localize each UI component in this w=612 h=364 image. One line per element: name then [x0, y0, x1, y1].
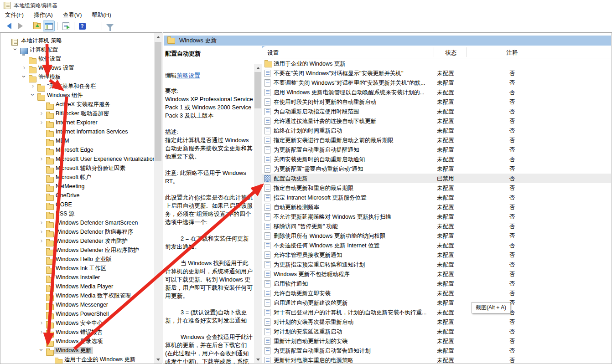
tree-item-label[interactable]: Windows 错误报告 [54, 328, 104, 336]
menu-item-0[interactable]: 文件(F) [0, 10, 29, 21]
policy-name[interactable]: 为更新配置自动重新启动警告通知计划 [274, 347, 371, 355]
scroll-down-button[interactable] [154, 356, 162, 363]
tree-item-label[interactable]: Microsoft 辅助身份验证因素 [54, 164, 127, 172]
policy-name[interactable]: 允许通过按流量计费的连接自动下载更新 [274, 118, 376, 125]
tree-item[interactable]: ›BitLocker 驱动器加密 [0, 109, 154, 118]
policy-name[interactable]: 为自动重新启动指定使用时段范围 [274, 108, 359, 116]
filter-button[interactable] [104, 21, 115, 31]
policy-name[interactable]: 指定更新安装进行自动重新启动之前的最后期限 [274, 137, 394, 144]
policy-row[interactable]: 始终在计划的时间重新启动未配置否 [262, 126, 611, 135]
tree-item[interactable]: Microsoft 帐户 [0, 173, 154, 182]
expand-icon[interactable]: › [21, 65, 27, 70]
tree-item[interactable]: 适用于企业的 Windows 更新 [0, 355, 154, 364]
menu-item-3[interactable]: 帮助(H) [87, 10, 116, 21]
tree-item-label[interactable]: ActiveX 安装程序服务 [54, 101, 112, 108]
tree-item[interactable]: ActiveX 安装程序服务 [0, 100, 154, 109]
tree-item[interactable]: Windows Defender 应用程序防护 [0, 246, 154, 255]
tree-item-label[interactable]: Windows Media 数字权限管理 [54, 292, 132, 299]
tree-item[interactable]: ›Windows 错误报告 [0, 328, 154, 337]
tree-item-label[interactable]: BitLocker 驱动器加密 [54, 110, 110, 117]
tree-item-label[interactable]: Microsoft User Experience Virtualization [54, 155, 157, 163]
policy-name[interactable]: 对于有已登录用户的计算机，计划的自动更新安装不执行重... [274, 309, 426, 317]
tree-item-label[interactable]: 软件设置 [37, 55, 62, 62]
policy-row[interactable]: 为更新配置自动重新启动警告通知计划未配置否 [262, 346, 611, 355]
tree-item[interactable]: Windows Ink 工作区 [0, 264, 154, 273]
scroll-up-button[interactable] [154, 33, 162, 41]
tree-item-label[interactable]: OneDrive [54, 192, 81, 199]
tree-item-label[interactable]: Windows Messenger [54, 301, 109, 308]
tree-item[interactable]: ›Windows Defender 攻击防护 [0, 236, 154, 246]
tree-item[interactable]: ›Windows 更新 [0, 346, 154, 355]
policy-name[interactable]: Windows 更新不包括驱动程序 [274, 271, 350, 278]
policy-row[interactable]: 关闭安装更新时的自动重新启动通知未配置否 [262, 154, 611, 164]
tree-item[interactable]: 本地计算机 策略 [0, 36, 154, 45]
expand-icon[interactable]: › [39, 329, 44, 334]
scrollbar-thumb[interactable] [254, 72, 261, 108]
expand-icon[interactable]: › [39, 119, 44, 125]
policy-row[interactable]: 移除访问 "暂停更新" 功能未配置否 [262, 221, 611, 231]
policy-name[interactable]: 不要连接任何 Windows 更新 Internet 位置 [274, 242, 379, 250]
expand-icon[interactable]: › [30, 83, 36, 88]
forward-button[interactable] [15, 21, 26, 31]
policy-row[interactable]: 指定自动更新和重启的最后期限未配置否 [262, 183, 611, 193]
tree-item-label[interactable]: Internet Information Services [54, 128, 129, 135]
tree-item[interactable]: Microsoft 辅助身份验证因素 [0, 164, 154, 173]
tree-item-label[interactable]: Windows 登录选项 [54, 338, 104, 345]
tree-item[interactable]: ›Internet Explorer [0, 118, 154, 127]
tree-scrollbar[interactable] [154, 33, 162, 364]
policy-row[interactable]: 对于有已登录用户的计算机，计划的自动更新安装不执行重...未配置否 [262, 308, 611, 317]
policy-row[interactable]: 更新针对电脑车重启的电源策略未配置否 [262, 355, 611, 363]
tree-item-label[interactable]: Windows Defender 应用程序防护 [54, 246, 140, 254]
policy-name[interactable]: 不要在"关闭 Windows"对话框显示"安装更新并关机" [274, 70, 403, 77]
policy-row[interactable]: 指定 Intranet Microsoft 更新服务位置未配置否 [262, 193, 611, 202]
policy-name[interactable]: 配置自动更新 [274, 175, 308, 183]
tree-item-label[interactable]: Windows Media Player [54, 283, 114, 290]
tree-item[interactable]: Windows Installer [0, 273, 154, 282]
tree-item[interactable]: Windows PowerShell [0, 309, 154, 318]
tree-item-label[interactable]: Windows Installer [54, 274, 101, 281]
policy-name[interactable]: 指定 Intranet Microsoft 更新服务位置 [274, 194, 367, 202]
policy-settings-link[interactable]: 策略设置 [177, 72, 200, 79]
tree-item[interactable]: ›Windows 设置 [0, 63, 154, 72]
tree-item[interactable]: ›Windows 组件 [0, 91, 154, 100]
expand-icon[interactable]: › [39, 156, 44, 161]
scrollbar-thumb[interactable] [155, 42, 161, 161]
tree-item[interactable]: OOBE [0, 200, 154, 209]
scroll-up-button[interactable] [254, 64, 262, 72]
tree-item[interactable]: Windows Media 数字权限管理 [0, 291, 154, 300]
tree-item-label[interactable]: Windows Ink 工作区 [54, 265, 108, 272]
tree-item-label[interactable]: Windows 设置 [37, 64, 76, 72]
expand-icon[interactable]: › [39, 110, 44, 116]
console-tree-toggle-button[interactable] [43, 21, 55, 31]
tree-item-label[interactable]: Windows Defender SmartScreen [54, 219, 139, 226]
policy-name[interactable]: 启用通过自动更新建议的更新 [274, 299, 348, 307]
tree-item-label[interactable]: Internet Explorer [54, 119, 99, 126]
scroll-down-button[interactable] [254, 356, 262, 363]
tree-item[interactable]: ›计算机配置 [0, 45, 154, 54]
collapse-icon[interactable]: › [13, 46, 18, 52]
expand-icon[interactable]: › [39, 238, 44, 243]
tree-item-label[interactable]: Windows PowerShell [54, 310, 110, 318]
description-scrollbar[interactable] [254, 64, 262, 363]
expand-icon[interactable]: › [39, 320, 44, 325]
tree-item-label[interactable]: Windows Defender 防病毒程序 [54, 228, 135, 236]
help-button[interactable]: ? [77, 21, 88, 31]
policy-row[interactable]: 为更新配置"需要自动重新启动"通知未配置否 [262, 164, 611, 174]
expand-icon[interactable]: › [39, 229, 44, 234]
menu-item-2[interactable]: 查看(V) [58, 10, 87, 21]
policy-name[interactable]: 更新针对电脑车重启的电源策略 [274, 357, 353, 363]
tree-item-label[interactable]: Windows Hello 企业版 [54, 256, 113, 263]
policy-row[interactable]: Windows 更新不包括驱动程序未配置否 [262, 269, 611, 279]
policy-name[interactable]: 重新计划自动更新计划的安装 [274, 338, 348, 345]
policy-name[interactable]: 允许自动更新立即安装 [274, 290, 331, 297]
collapse-icon[interactable]: › [30, 92, 36, 97]
policy-name[interactable]: 关闭安装更新时的自动重新启动通知 [274, 156, 365, 164]
policy-name[interactable]: 启用软件通知 [274, 280, 308, 288]
tree-item-label[interactable]: Windows 安全中心 [54, 319, 104, 327]
policy-row[interactable]: 指定更新安装进行自动重新启动之前的最后期限未配置否 [262, 135, 611, 145]
tree-item-label[interactable]: "开始"菜单和任务栏 [46, 82, 98, 90]
policy-row[interactable]: 不要调整"关闭 Windows"对话框里的"安装更新并关机"的默...未配置否 [262, 78, 611, 87]
tree-item-label[interactable]: Windows 更新 [54, 347, 93, 354]
policy-row[interactable]: 不要在"关闭 Windows"对话框显示"安装更新并关机"未配置否 [262, 68, 611, 78]
policy-name[interactable]: 为更新配置自动重新启动提醒通知 [274, 146, 359, 154]
